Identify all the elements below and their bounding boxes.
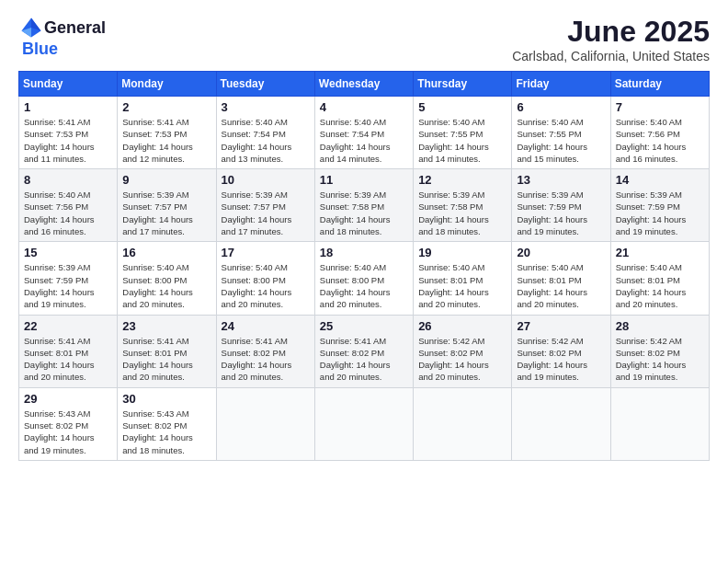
calendar-cell: 11Sunrise: 5:39 AM Sunset: 7:58 PM Dayli… — [314, 169, 413, 242]
calendar-cell: 5Sunrise: 5:40 AM Sunset: 7:55 PM Daylig… — [414, 97, 512, 169]
calendar-cell: 3Sunrise: 5:40 AM Sunset: 7:54 PM Daylig… — [216, 97, 314, 169]
day-number: 18 — [320, 246, 408, 259]
weekday-header-wednesday: Wednesday — [314, 72, 413, 97]
calendar-cell: 21Sunrise: 5:40 AM Sunset: 8:01 PM Dayli… — [610, 242, 709, 315]
calendar-cell — [314, 387, 413, 460]
day-detail: Sunrise: 5:40 AM Sunset: 8:01 PM Dayligh… — [418, 261, 506, 310]
calendar-cell: 22Sunrise: 5:41 AM Sunset: 8:01 PM Dayli… — [19, 315, 118, 387]
calendar-cell: 12Sunrise: 5:39 AM Sunset: 7:58 PM Dayli… — [414, 169, 512, 242]
logo: General Blue — [18, 15, 106, 57]
calendar-cell — [610, 387, 709, 460]
calendar-cell: 28Sunrise: 5:42 AM Sunset: 8:02 PM Dayli… — [610, 315, 709, 387]
day-number: 28 — [616, 319, 704, 333]
calendar-cell: 10Sunrise: 5:39 AM Sunset: 7:57 PM Dayli… — [216, 169, 314, 242]
day-detail: Sunrise: 5:41 AM Sunset: 8:02 PM Dayligh… — [320, 335, 408, 384]
calendar-cell: 20Sunrise: 5:40 AM Sunset: 8:01 PM Dayli… — [512, 242, 610, 315]
day-detail: Sunrise: 5:40 AM Sunset: 7:54 PM Dayligh… — [320, 116, 408, 165]
calendar-cell: 7Sunrise: 5:40 AM Sunset: 7:56 PM Daylig… — [610, 97, 709, 169]
calendar-cell — [216, 387, 314, 460]
calendar-cell: 27Sunrise: 5:42 AM Sunset: 8:02 PM Dayli… — [512, 315, 610, 387]
day-number: 11 — [320, 173, 408, 187]
day-number: 9 — [122, 173, 210, 187]
day-detail: Sunrise: 5:39 AM Sunset: 7:58 PM Dayligh… — [320, 189, 408, 237]
day-detail: Sunrise: 5:39 AM Sunset: 7:57 PM Dayligh… — [222, 189, 310, 237]
calendar-table: SundayMondayTuesdayWednesdayThursdayFrid… — [18, 71, 710, 461]
day-detail: Sunrise: 5:41 AM Sunset: 7:53 PM Dayligh… — [24, 116, 112, 165]
calendar-week-row: 15Sunrise: 5:39 AM Sunset: 7:59 PM Dayli… — [19, 242, 710, 315]
day-number: 19 — [418, 246, 506, 259]
calendar-cell: 16Sunrise: 5:40 AM Sunset: 8:00 PM Dayli… — [118, 242, 216, 315]
day-detail: Sunrise: 5:40 AM Sunset: 8:01 PM Dayligh… — [517, 261, 605, 310]
day-detail: Sunrise: 5:39 AM Sunset: 7:59 PM Dayligh… — [24, 261, 112, 310]
day-number: 27 — [517, 319, 605, 333]
day-number: 24 — [222, 319, 310, 333]
day-number: 23 — [122, 319, 210, 333]
title-area: June 2025 Carlsbad, California, United S… — [512, 15, 710, 63]
day-number: 5 — [418, 100, 506, 114]
calendar-cell — [414, 387, 512, 460]
day-number: 15 — [24, 246, 112, 259]
calendar-cell: 17Sunrise: 5:40 AM Sunset: 8:00 PM Dayli… — [216, 242, 314, 315]
day-number: 14 — [616, 173, 704, 187]
day-detail: Sunrise: 5:40 AM Sunset: 7:55 PM Dayligh… — [517, 116, 605, 165]
month-title: June 2025 — [512, 15, 710, 49]
day-number: 25 — [320, 319, 408, 333]
day-number: 26 — [418, 319, 506, 333]
day-number: 8 — [24, 173, 112, 187]
weekday-header-row: SundayMondayTuesdayWednesdayThursdayFrid… — [19, 72, 710, 97]
day-number: 12 — [418, 173, 506, 187]
calendar-cell: 9Sunrise: 5:39 AM Sunset: 7:57 PM Daylig… — [118, 169, 216, 242]
calendar-cell: 25Sunrise: 5:41 AM Sunset: 8:02 PM Dayli… — [314, 315, 413, 387]
calendar-cell: 23Sunrise: 5:41 AM Sunset: 8:01 PM Dayli… — [118, 315, 216, 387]
weekday-header-friday: Friday — [512, 72, 610, 97]
logo-icon — [18, 15, 44, 40]
day-detail: Sunrise: 5:41 AM Sunset: 8:01 PM Dayligh… — [24, 335, 112, 384]
logo-blue-text: Blue — [18, 40, 58, 57]
day-detail: Sunrise: 5:40 AM Sunset: 7:54 PM Dayligh… — [222, 116, 310, 165]
calendar-cell: 29Sunrise: 5:43 AM Sunset: 8:02 PM Dayli… — [19, 387, 118, 460]
day-detail: Sunrise: 5:40 AM Sunset: 8:00 PM Dayligh… — [320, 261, 408, 310]
calendar-cell: 1Sunrise: 5:41 AM Sunset: 7:53 PM Daylig… — [19, 97, 118, 169]
day-number: 7 — [616, 100, 704, 114]
weekday-header-sunday: Sunday — [19, 72, 118, 97]
day-number: 10 — [222, 173, 310, 187]
calendar-week-row: 1Sunrise: 5:41 AM Sunset: 7:53 PM Daylig… — [19, 97, 710, 169]
day-detail: Sunrise: 5:41 AM Sunset: 8:01 PM Dayligh… — [122, 335, 210, 384]
day-number: 13 — [517, 173, 605, 187]
calendar-cell: 13Sunrise: 5:39 AM Sunset: 7:59 PM Dayli… — [512, 169, 610, 242]
day-number: 29 — [24, 392, 112, 406]
day-detail: Sunrise: 5:39 AM Sunset: 7:59 PM Dayligh… — [616, 189, 704, 237]
day-detail: Sunrise: 5:42 AM Sunset: 8:02 PM Dayligh… — [616, 335, 704, 384]
calendar-cell: 4Sunrise: 5:40 AM Sunset: 7:54 PM Daylig… — [314, 97, 413, 169]
calendar-cell: 24Sunrise: 5:41 AM Sunset: 8:02 PM Dayli… — [216, 315, 314, 387]
calendar-cell: 6Sunrise: 5:40 AM Sunset: 7:55 PM Daylig… — [512, 97, 610, 169]
day-number: 17 — [222, 246, 310, 259]
day-detail: Sunrise: 5:39 AM Sunset: 7:59 PM Dayligh… — [517, 189, 605, 237]
calendar-cell: 15Sunrise: 5:39 AM Sunset: 7:59 PM Dayli… — [19, 242, 118, 315]
weekday-header-thursday: Thursday — [414, 72, 512, 97]
weekday-header-tuesday: Tuesday — [216, 72, 314, 97]
calendar-cell: 18Sunrise: 5:40 AM Sunset: 8:00 PM Dayli… — [314, 242, 413, 315]
calendar-week-row: 29Sunrise: 5:43 AM Sunset: 8:02 PM Dayli… — [19, 387, 710, 460]
day-detail: Sunrise: 5:40 AM Sunset: 7:56 PM Dayligh… — [24, 189, 112, 237]
calendar-cell: 26Sunrise: 5:42 AM Sunset: 8:02 PM Dayli… — [414, 315, 512, 387]
day-detail: Sunrise: 5:43 AM Sunset: 8:02 PM Dayligh… — [24, 408, 112, 456]
weekday-header-saturday: Saturday — [610, 72, 709, 97]
day-number: 1 — [24, 100, 112, 114]
day-detail: Sunrise: 5:39 AM Sunset: 7:57 PM Dayligh… — [122, 189, 210, 237]
day-number: 20 — [517, 246, 605, 259]
day-detail: Sunrise: 5:39 AM Sunset: 7:58 PM Dayligh… — [418, 189, 506, 237]
calendar-cell — [512, 387, 610, 460]
day-detail: Sunrise: 5:40 AM Sunset: 8:00 PM Dayligh… — [222, 261, 310, 310]
weekday-header-monday: Monday — [118, 72, 216, 97]
calendar-cell: 14Sunrise: 5:39 AM Sunset: 7:59 PM Dayli… — [610, 169, 709, 242]
calendar-cell: 8Sunrise: 5:40 AM Sunset: 7:56 PM Daylig… — [19, 169, 118, 242]
day-number: 22 — [24, 319, 112, 333]
day-number: 4 — [320, 100, 408, 114]
calendar-cell: 19Sunrise: 5:40 AM Sunset: 8:01 PM Dayli… — [414, 242, 512, 315]
day-number: 3 — [222, 100, 310, 114]
day-detail: Sunrise: 5:40 AM Sunset: 8:00 PM Dayligh… — [122, 261, 210, 310]
day-detail: Sunrise: 5:42 AM Sunset: 8:02 PM Dayligh… — [517, 335, 605, 384]
day-detail: Sunrise: 5:41 AM Sunset: 7:53 PM Dayligh… — [122, 116, 210, 165]
calendar-cell: 2Sunrise: 5:41 AM Sunset: 7:53 PM Daylig… — [118, 97, 216, 169]
